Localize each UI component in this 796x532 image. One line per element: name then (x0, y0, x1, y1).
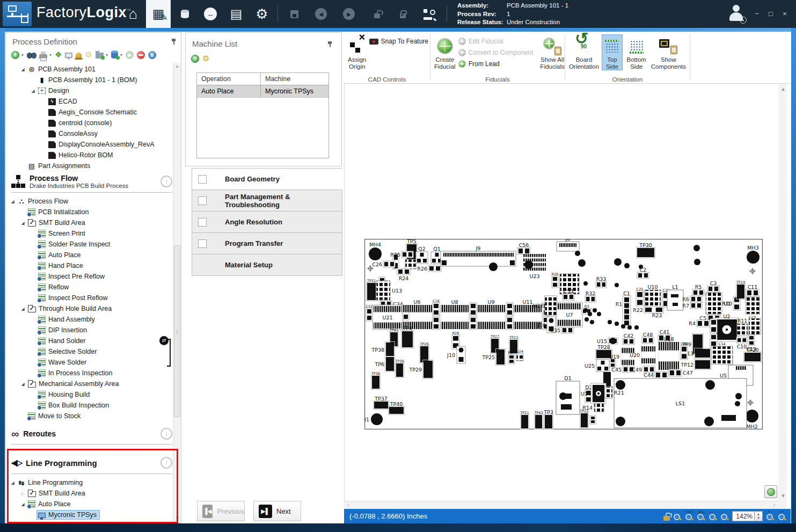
tree-item-displayconsoleassembly-reva[interactable]: DisplayConsoleAssembly_RevA (7, 139, 171, 150)
section-angle-resolution[interactable]: Angle Resolution (192, 211, 342, 233)
zoom-100-icon[interactable]: 100 (685, 512, 693, 521)
minimize-button[interactable]: − (751, 10, 762, 18)
pin-icon[interactable] (327, 41, 333, 48)
expander-icon[interactable]: ◢ (19, 307, 26, 311)
tree-item-wave-solder[interactable]: Wave Solder (7, 357, 166, 368)
cad-canvas[interactable]: MH4TP5C26R25R24Q2Q1R26J9C56U23J8TP31U13C… (344, 84, 778, 501)
materials-icon[interactable] (174, 0, 195, 28)
show-all-fiducials-button[interactable]: Show All Fiducials (539, 34, 565, 70)
close-button[interactable]: × (779, 10, 790, 18)
tree-item-hand-solder[interactable]: Hand Solder (7, 336, 166, 346)
tree-item-smt-build-area[interactable]: ◢SMT Build Area (7, 217, 166, 228)
home-icon[interactable]: ⌂ (122, 0, 144, 28)
tree-item-ecad[interactable]: ϟECAD (7, 96, 171, 107)
zoom-level-spinner[interactable]: 142%▲▼ (732, 511, 763, 521)
section-material-setup[interactable]: Material Setup (192, 254, 342, 276)
section-checkbox[interactable] (198, 218, 207, 227)
tree-item-move-to-stock[interactable]: Move to Stock (7, 411, 166, 421)
expander-icon[interactable]: ◢ (19, 502, 26, 507)
tree-item-consoleassy[interactable]: ConsoleAssy (7, 128, 171, 139)
horizontal-scrollbar[interactable]: ‹› (344, 501, 778, 509)
show-components-button[interactable]: Show Components (651, 34, 687, 70)
vertical-scrollbar[interactable]: ▲▼ (778, 84, 787, 501)
settings-gear-icon[interactable]: ⚙ (85, 50, 92, 59)
top-side-button[interactable]: Top Side (602, 34, 623, 70)
tree-item-smt-build-area[interactable]: ▷SMT Build Area (7, 488, 168, 499)
expander-icon[interactable]: ◢ (19, 67, 26, 72)
print-dropdown-icon[interactable]: ▾ (49, 53, 52, 57)
column-operation[interactable]: Operation (197, 73, 261, 85)
tree-item-inspect-pre-reflow[interactable]: Inspect Pre Reflow (7, 271, 166, 282)
previous-button[interactable]: ▐◀Previous (197, 501, 245, 521)
expander-icon[interactable]: ◢ (30, 89, 36, 93)
tree-item-screen-print[interactable]: Screen Print (7, 228, 166, 239)
tree-item-auto-place[interactable]: Auto Place (7, 250, 166, 260)
notify-bell-icon[interactable] (76, 53, 82, 58)
expand-down-icon[interactable]: ↓ (160, 428, 172, 440)
sync-icon[interactable]: ❖ (55, 50, 62, 59)
tree-item-reflow[interactable]: Reflow (7, 282, 166, 293)
create-fiducial-button[interactable]: Create Fiducial (434, 34, 456, 70)
zoom-out-icon[interactable]: - (720, 512, 729, 521)
add-dropdown-icon[interactable]: ▾ (21, 53, 24, 57)
globe-button[interactable] (764, 485, 777, 498)
zoom-out-fast-icon[interactable]: -- (709, 512, 717, 521)
collapse-up-icon[interactable]: ↑ (160, 176, 172, 187)
tree-item-process-flow[interactable]: ◢∴Process Flow (7, 196, 166, 207)
database-dropdown-icon[interactable]: ▾ (120, 53, 122, 57)
tree-item-auto-place[interactable]: ◢Auto Place (7, 499, 168, 509)
from-lead-button[interactable]: From Lead (458, 60, 534, 68)
board-orientation-button[interactable]: ↺90Board Orientation (568, 34, 600, 70)
panel-scrollbar[interactable]: ▲ ▼ (173, 63, 181, 522)
section-program-transfer[interactable]: Program Transfer (192, 232, 342, 254)
pan-lock-icon[interactable] (663, 516, 670, 521)
assign-origin-button[interactable]: Assign Origin (347, 34, 367, 70)
tree-item-centroid-console-[interactable]: centroid (console) (7, 118, 171, 128)
pin-icon[interactable] (171, 39, 177, 45)
section-part-management-troubleshooting[interactable]: Part Management & Troubleshooting (192, 190, 342, 212)
print-icon[interactable] (39, 54, 47, 59)
bottom-side-button[interactable]: Bottom Side (625, 34, 648, 70)
expander-icon[interactable]: ◢ (19, 382, 26, 387)
zoom-window-icon[interactable] (673, 512, 682, 521)
tree-item-box-build-inspection[interactable]: Box Build Inspection (7, 400, 166, 411)
pause-icon[interactable] (148, 51, 156, 59)
expander-icon[interactable]: ◢ (9, 480, 16, 485)
tree-item-housing-build[interactable]: Housing Build (7, 389, 166, 400)
reports-icon[interactable]: ▤ (225, 0, 247, 28)
tree-item-through-hole-build-area[interactable]: ◢Through Hole Build Area (7, 303, 166, 314)
tree-item-line-programming[interactable]: ◢⇆Line Programming (7, 477, 168, 488)
tree-item-inspect-post-reflow[interactable]: Inspect Post Reflow (7, 293, 166, 303)
find-icon[interactable] (27, 52, 36, 59)
stop-icon[interactable] (137, 51, 145, 59)
tree-item-pcb-assembly-101[interactable]: ◢⊛PCB Assembly 101 (7, 64, 171, 75)
process-definition-icon[interactable]: ▦✎ (146, 0, 171, 28)
tree-item-pcb-initialization[interactable]: PCB Initialization (7, 207, 166, 217)
tree-item-in-process-inspection[interactable]: In Process Inspection (7, 368, 166, 378)
export-dropdown-icon[interactable]: ▾ (106, 53, 108, 57)
tree-item-helico-rotor-bom[interactable]: Helico-Rotor BOM (7, 150, 171, 161)
database-icon[interactable] (111, 51, 118, 59)
tree-item-hand-assembly[interactable]: Hand Assembly (7, 314, 166, 325)
section-checkbox[interactable] (198, 175, 207, 184)
audit-search-icon[interactable] (419, 0, 440, 28)
section-board-geometry[interactable]: Board Geometry (192, 168, 342, 190)
collapse-up-icon[interactable]: ↑ (160, 457, 172, 469)
tree-item-mechanical-assembly-area[interactable]: ◢Mechanical Assembly Area (7, 378, 166, 389)
tree-item-selective-solder[interactable]: Selective Solder (7, 346, 166, 357)
column-machine[interactable]: Machine (261, 75, 295, 83)
settings-gear-icon[interactable]: ⚙ (251, 0, 273, 28)
expander-icon[interactable]: ◢ (19, 221, 26, 225)
snap-to-feature-button[interactable]: Snap To Feature (369, 38, 429, 45)
add-icon[interactable] (11, 51, 19, 59)
settings-gear-icon[interactable]: ⚙ (202, 54, 209, 63)
zoom-spin-arrows[interactable]: ▲▼ (755, 511, 763, 521)
tree-item-part-assignments[interactable]: ▤Part Assignments (7, 161, 171, 171)
machine-table-row[interactable]: Auto PlaceMycronic TPSys (197, 85, 328, 98)
tree-item-solder-paste-inspect[interactable]: Solder Paste Inspect (7, 239, 166, 250)
section-checkbox[interactable] (198, 239, 207, 248)
expander-icon[interactable]: ▷ (19, 491, 26, 496)
section-checkbox[interactable] (198, 196, 207, 205)
tree-item-mycronic-tpsys[interactable]: Mycronic TPSys (7, 509, 168, 520)
next-button[interactable]: ▶▌Next (253, 501, 301, 521)
